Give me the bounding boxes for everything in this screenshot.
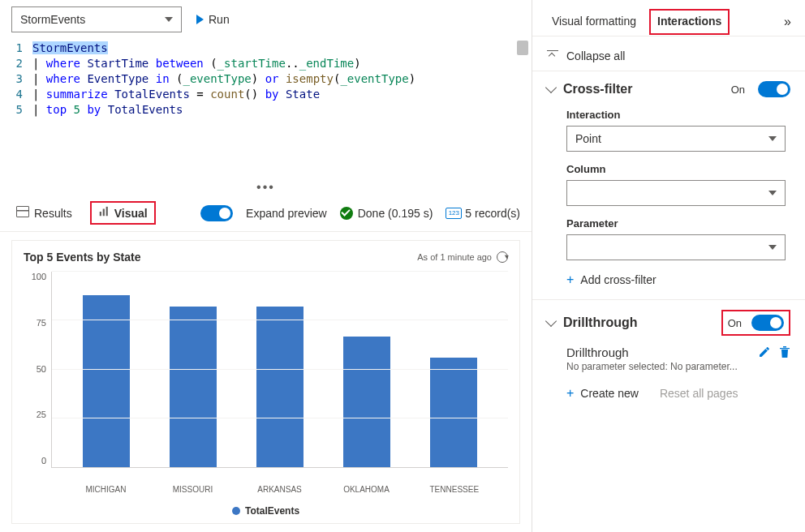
- play-icon: [196, 15, 204, 24]
- bar-arkansas[interactable]: [256, 307, 303, 467]
- chevron-down-icon: [768, 191, 777, 195]
- records-icon: 123: [446, 208, 462, 219]
- delete-icon[interactable]: [779, 345, 790, 358]
- plus-icon: +: [566, 388, 574, 399]
- drill-title: Drillthrough: [563, 315, 713, 330]
- line-gutter: 1 2 3 4 5: [0, 41, 32, 180]
- tab-interactions[interactable]: Interactions: [649, 9, 730, 35]
- chart-title: Top 5 Events by State: [24, 251, 140, 264]
- column-dropdown[interactable]: [566, 180, 786, 206]
- collapse-icon: [547, 50, 558, 62]
- chart-legend: TotalEvents: [24, 505, 508, 517]
- x-label: OKLAHOMA: [343, 485, 390, 494]
- create-new-button[interactable]: + Create new: [566, 387, 639, 400]
- expand-preview-label: Expand preview: [246, 207, 327, 220]
- chevron-down-icon[interactable]: [545, 82, 557, 93]
- visual-label: Visual: [114, 207, 148, 220]
- scrollbar[interactable]: [517, 41, 528, 55]
- run-label: Run: [209, 13, 230, 26]
- chart-asof: As of 1 minute ago: [417, 251, 508, 263]
- x-label: MICHIGAN: [83, 485, 130, 494]
- refresh-icon[interactable]: [497, 251, 508, 263]
- interaction-label: Interaction: [566, 109, 790, 121]
- more-icon[interactable]: »: [779, 10, 794, 34]
- legend-swatch: [232, 507, 240, 515]
- crossfilter-state: On: [731, 84, 745, 96]
- datasource-dropdown[interactable]: StormEvents: [11, 6, 182, 32]
- bar-oklahoma[interactable]: [343, 337, 390, 467]
- x-axis-labels: MICHIGANMISSOURIARKANSASOKLAHOMATENNESSE…: [24, 480, 508, 494]
- table-icon: [16, 206, 29, 220]
- chevron-down-icon: [768, 136, 777, 141]
- bar-missouri[interactable]: [170, 307, 217, 467]
- chevron-down-icon: [165, 17, 173, 22]
- drillthrough-toggle[interactable]: [751, 315, 784, 331]
- chevron-down-icon[interactable]: [545, 315, 557, 327]
- chevron-down-icon: [768, 245, 777, 250]
- bar-michigan[interactable]: [83, 295, 130, 467]
- run-button[interactable]: Run: [192, 10, 235, 29]
- drill-state: On: [728, 317, 742, 329]
- svg-rect-0: [99, 212, 101, 216]
- splitter-handle[interactable]: •••: [0, 180, 532, 195]
- drill-item-subtitle: No parameter selected: No parameter...: [566, 361, 750, 372]
- results-label: Results: [34, 207, 72, 220]
- y-axis: 1007550250: [24, 272, 51, 480]
- crossfilter-toggle[interactable]: [758, 81, 790, 97]
- column-label: Column: [566, 163, 790, 175]
- parameter-label: Parameter: [566, 217, 790, 230]
- query-editor[interactable]: 1 2 3 4 5 StormEvents| where StartTime b…: [0, 36, 532, 180]
- x-label: ARKANSAS: [256, 485, 303, 494]
- record-count: 123 5 record(s): [446, 207, 520, 220]
- tab-visual[interactable]: Visual: [90, 201, 156, 225]
- section-crossfilter: Cross-filter On Interaction Point Column…: [532, 71, 805, 299]
- svg-rect-1: [102, 209, 104, 217]
- x-label: TENNESSEE: [430, 485, 477, 494]
- chart-card: Top 5 Events by State As of 1 minute ago…: [11, 240, 520, 524]
- drill-item-title: Drillthrough: [566, 345, 750, 359]
- section-drillthrough: Drillthrough On Drillthrough No paramete…: [532, 299, 805, 413]
- interaction-dropdown[interactable]: Point: [566, 126, 786, 152]
- parameter-dropdown[interactable]: [566, 234, 786, 260]
- chart-icon: [98, 206, 110, 220]
- tab-visual-formatting[interactable]: Visual formatting: [544, 8, 644, 36]
- edit-icon[interactable]: [758, 345, 771, 358]
- x-label: MISSOURI: [170, 485, 217, 494]
- collapse-all-button[interactable]: Collapse all: [532, 36, 805, 71]
- bar-tennessee[interactable]: [430, 358, 477, 467]
- code-content[interactable]: StormEvents| where StartTime between (_s…: [32, 41, 532, 180]
- reset-all-pages: Reset all pages: [660, 387, 738, 400]
- tab-results[interactable]: Results: [11, 203, 77, 223]
- datasource-value: StormEvents: [20, 13, 85, 26]
- check-icon: [340, 207, 353, 220]
- chart-plot-area[interactable]: [51, 272, 508, 468]
- plus-icon: +: [566, 274, 574, 285]
- crossfilter-title: Cross-filter: [563, 82, 723, 97]
- add-crossfilter-button[interactable]: + Add cross-filter: [566, 273, 790, 286]
- status-done: Done (0.195 s): [340, 207, 433, 220]
- svg-rect-2: [105, 207, 107, 216]
- expand-preview-toggle[interactable]: [200, 205, 233, 221]
